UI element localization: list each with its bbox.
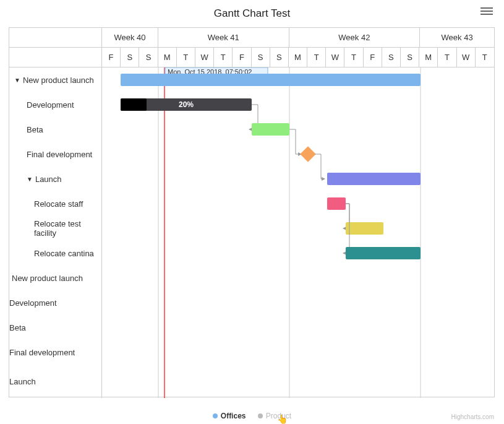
legend-item-product[interactable]: Product bbox=[258, 412, 291, 420]
row-label[interactable]: Relocate test facility bbox=[9, 216, 101, 241]
task-bar-relocate-cantina[interactable] bbox=[346, 247, 421, 259]
progress-label: 20% bbox=[179, 100, 194, 109]
day-col: S bbox=[382, 48, 401, 67]
task-bar-beta[interactable] bbox=[252, 123, 289, 136]
dependency-arrow bbox=[315, 154, 325, 179]
day-col: T bbox=[344, 48, 363, 67]
legend-item-offices[interactable]: Offices bbox=[213, 412, 246, 420]
legend-dot-icon bbox=[213, 413, 218, 418]
day-col: S bbox=[252, 48, 270, 67]
chart-title: Gantt Chart Test bbox=[9, 7, 495, 20]
task-bar-relocate-staff[interactable] bbox=[327, 197, 346, 210]
row-label[interactable]: Development bbox=[9, 290, 101, 315]
legend: Offices Product bbox=[0, 412, 504, 420]
day-col: S bbox=[401, 48, 419, 67]
row-label[interactable]: Relocate cantina bbox=[9, 241, 101, 266]
day-col: T bbox=[476, 48, 494, 67]
row-label[interactable]: Beta bbox=[9, 117, 101, 142]
day-col: T bbox=[307, 48, 326, 67]
day-col: F bbox=[364, 48, 382, 67]
day-col: F bbox=[102, 48, 121, 67]
row-label[interactable]: Launch bbox=[9, 365, 101, 398]
row-label[interactable]: New product launch bbox=[9, 67, 101, 92]
chart-menu-button[interactable] bbox=[481, 5, 493, 17]
day-col: M bbox=[419, 48, 438, 67]
row-label[interactable]: New product launch bbox=[9, 266, 101, 290]
gantt-chart: Week 40 Week 41 Week 42 Week 43 F S S M … bbox=[9, 27, 495, 397]
week-col: Week 40 bbox=[102, 28, 158, 48]
day-col: W bbox=[195, 48, 214, 67]
day-col: M bbox=[289, 48, 307, 67]
day-col: S bbox=[270, 48, 289, 67]
week-col: Week 43 bbox=[420, 28, 494, 48]
dependency-arrow bbox=[289, 129, 301, 154]
milestone-final-development[interactable] bbox=[300, 146, 315, 162]
day-col: S bbox=[139, 48, 158, 67]
task-bar-relocate-test-facility[interactable] bbox=[346, 222, 383, 235]
day-col: M bbox=[158, 48, 177, 67]
day-col: W bbox=[457, 48, 476, 67]
week-col: Week 41 bbox=[158, 28, 289, 48]
task-bar-launch[interactable] bbox=[327, 173, 421, 185]
day-col: S bbox=[121, 48, 139, 67]
task-bar-development-progress bbox=[121, 98, 147, 111]
task-bar-new-product-launch[interactable] bbox=[121, 74, 421, 86]
day-col: T bbox=[438, 48, 456, 67]
day-col: T bbox=[177, 48, 195, 67]
legend-dot-icon bbox=[258, 413, 263, 418]
week-col: Week 42 bbox=[289, 28, 421, 48]
row-label[interactable]: Beta bbox=[9, 315, 101, 340]
row-label[interactable]: Launch bbox=[9, 167, 101, 191]
row-label[interactable]: Relocate staff bbox=[9, 191, 101, 216]
credits-link[interactable]: Highcharts.com bbox=[451, 413, 494, 420]
day-col: T bbox=[214, 48, 233, 67]
row-label[interactable]: Development bbox=[9, 92, 101, 117]
row-label[interactable]: Final development bbox=[9, 142, 101, 167]
day-col: F bbox=[233, 48, 251, 67]
day-col: W bbox=[326, 48, 344, 67]
svg-rect-5 bbox=[300, 146, 315, 162]
row-label[interactable]: Final development bbox=[9, 340, 101, 365]
